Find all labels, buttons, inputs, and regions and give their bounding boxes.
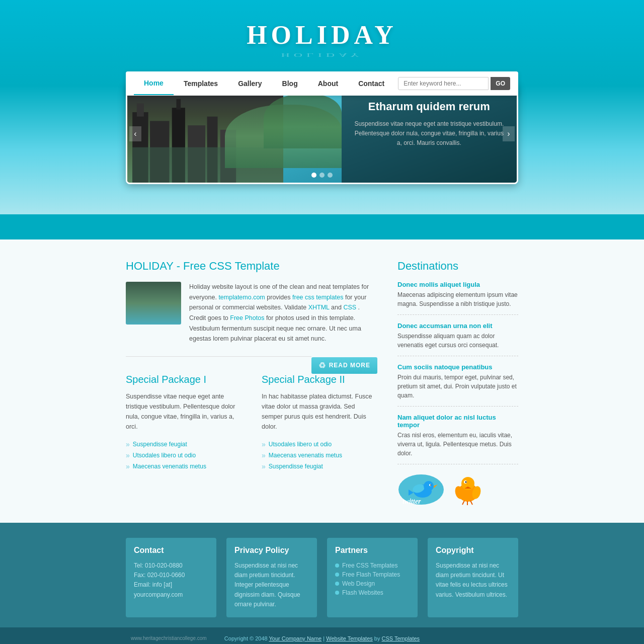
hero-description: Suspendisse vitae neque eget ante tristi… xyxy=(352,119,507,148)
footer-bottom: www.heritagechristiancollege.com Copyrig… xyxy=(0,627,644,644)
footer-css-link[interactable]: CSS Templates xyxy=(382,635,420,641)
hero-dot-2[interactable] xyxy=(319,173,325,178)
package-1-text: Suspendisse vitae neque eget ante tristi… xyxy=(126,391,242,432)
article-title: HOLIDAY - Free CSS Template xyxy=(126,260,377,273)
footer-partners-title: Partners xyxy=(335,546,410,555)
partner-link-1[interactable]: Free CSS Templates xyxy=(342,562,398,569)
article-link-photos[interactable]: Free Photos xyxy=(230,314,264,321)
svg-line-24 xyxy=(462,501,464,505)
partner-link-2[interactable]: Free Flash Templates xyxy=(342,571,400,578)
article-section: HOLIDAY - Free CSS Template Holiday webs… xyxy=(126,260,377,508)
footer-contact-email: Email: info [at] yourcompany.com xyxy=(134,580,208,599)
read-more-icon: ♻ xyxy=(318,361,326,370)
package-1-item-3: Maecenas venenatis metus xyxy=(126,461,242,472)
nav-about[interactable]: About xyxy=(308,72,348,95)
article-link-css[interactable]: CSS xyxy=(343,304,356,311)
dest-link-2[interactable]: Donec accumsan urna non elit xyxy=(397,322,518,330)
rss-icon[interactable] xyxy=(453,473,482,508)
footer-contact-title: Contact xyxy=(134,546,208,555)
dest-item-2: Donec accumsan urna non elit Suspendisse… xyxy=(397,322,518,356)
hero-prev-button[interactable]: ‹ xyxy=(129,126,141,141)
hero-dot-1[interactable] xyxy=(311,173,316,178)
footer-templates-link[interactable]: Website Templates xyxy=(326,635,373,641)
dest-link-3[interactable]: Cum sociis natoque penatibus xyxy=(397,363,518,371)
footer-copyright-text: Copyright © 2048 xyxy=(224,635,269,641)
package-1-item-1: Suspendisse feugiat xyxy=(126,439,242,450)
article-text-4: and xyxy=(331,304,343,311)
article-link-templatemo[interactable]: templatemo.com xyxy=(218,294,265,301)
footer-watermark: www.heritagechristiancollege.com xyxy=(131,635,207,641)
dest-item-1: Donec mollis aliquet ligula Maecenas adi… xyxy=(397,281,518,315)
search-button[interactable]: GO xyxy=(491,77,510,90)
social-icons: twitter xyxy=(397,473,518,508)
dest-desc-3: Proin dui mauris, tempor eget, pulvinar … xyxy=(397,373,518,400)
dest-desc-4: Cras nisl eros, elementum eu, iaculis vi… xyxy=(397,431,518,458)
package-2-item-2: Maecenas venenatis metus xyxy=(262,450,377,461)
nav-blog[interactable]: Blog xyxy=(272,72,308,95)
packages-row: Special Package I Suspendisse vitae nequ… xyxy=(126,374,377,472)
article-text-2: provides xyxy=(267,294,292,301)
article-link-free-css[interactable]: free css templates xyxy=(292,294,343,301)
partner-link-3[interactable]: Web Design xyxy=(342,580,375,587)
teal-band xyxy=(0,214,644,239)
article-thumbnail xyxy=(126,282,181,325)
partner-item-2: Free Flash Templates xyxy=(335,570,410,579)
nav-home[interactable]: Home xyxy=(134,72,174,95)
footer-company-link[interactable]: Your Company Name xyxy=(269,635,321,641)
svg-point-15 xyxy=(430,485,431,486)
article-body: Holiday website layout is one of the cle… xyxy=(189,282,377,344)
site-title: HOLIDAY xyxy=(247,21,397,49)
partner-link-4[interactable]: Flash Websites xyxy=(342,589,383,596)
footer-contact-tel: Tel: 010-020-0880 xyxy=(134,561,208,571)
search-area: GO xyxy=(398,77,510,90)
package-1: Special Package I Suspendisse vitae nequ… xyxy=(126,374,242,472)
package-2: Special Package II In hac habitasse plat… xyxy=(262,374,377,472)
footer-contact-fax: Fax: 020-010-0660 xyxy=(134,571,208,580)
package-2-item-1: Utsodales libero ut odio xyxy=(262,439,377,450)
site-header: HOLIDAY HOLIDAY Home Templates Gallery B… xyxy=(0,0,644,214)
dest-link-1[interactable]: Donec mollis aliquet ligula xyxy=(397,281,518,288)
partner-item-4: Flash Websites xyxy=(335,588,410,597)
footer-partner-list: Free CSS Templates Free Flash Templates … xyxy=(335,561,410,597)
nav-templates[interactable]: Templates xyxy=(174,72,228,95)
footer-privacy-text: Suspendisse at nisi nec diam pretium tin… xyxy=(234,561,309,609)
partner-item-3: Web Design xyxy=(335,579,410,588)
hero-heading: Etharum quidem rerum xyxy=(352,100,507,113)
footer-privacy-title: Privacy Policy xyxy=(234,546,309,555)
destinations-section: Destinations Donec mollis aliquet ligula… xyxy=(397,260,518,508)
nav-contact[interactable]: Contact xyxy=(348,72,394,95)
footer-copyright-text: Suspendisse at nisi nec diam pretium tin… xyxy=(436,561,510,600)
footer-copyright-title: Copyright xyxy=(436,546,510,555)
footer: Contact Tel: 010-020-0880 Fax: 020-010-0… xyxy=(0,523,644,644)
dest-item-3: Cum sociis natoque penatibus Proin dui m… xyxy=(397,363,518,407)
hero-image: Etharum quidem rerum Suspendisse vitae n… xyxy=(126,84,518,184)
read-more-button[interactable]: ♻ READ MORE xyxy=(311,357,377,374)
package-2-list: Utsodales libero ut odio Maecenas venena… xyxy=(262,439,377,472)
footer-columns: Contact Tel: 010-020-0880 Fax: 020-010-0… xyxy=(126,538,518,627)
hero-dot-3[interactable] xyxy=(328,173,333,178)
twitter-icon[interactable]: twitter xyxy=(397,473,445,508)
partner-item-1: Free CSS Templates xyxy=(335,561,410,570)
package-2-item-3: Suspendisse feugiat xyxy=(262,461,377,472)
content-section: HOLIDAY - Free CSS Template Holiday webs… xyxy=(126,239,518,523)
dest-desc-2: Suspendisse aliquam quam ac dolor venena… xyxy=(397,332,518,350)
hero-text-box: Etharum quidem rerum Suspendisse vitae n… xyxy=(342,85,517,183)
package-1-item-2: Utsodales libero ut odio xyxy=(126,450,242,461)
nav-gallery[interactable]: Gallery xyxy=(228,72,272,95)
package-1-title: Special Package I xyxy=(126,374,242,385)
package-1-list: Suspendisse feugiat Utsodales libero ut … xyxy=(126,439,242,472)
footer-privacy: Privacy Policy Suspendisse at nisi nec d… xyxy=(226,538,317,617)
dest-desc-1: Maecenas adipiscing elementum ipsum vita… xyxy=(397,290,518,308)
search-input[interactable] xyxy=(398,77,489,90)
footer-copyright-col: Copyright Suspendisse at nisi nec diam p… xyxy=(428,538,518,617)
svg-line-26 xyxy=(470,501,472,505)
article-area: Holiday website layout is one of the cle… xyxy=(126,282,377,344)
nav-bar: Home Templates Gallery Blog About Contac… xyxy=(126,71,518,96)
site-title-reflection: HOLIDAY xyxy=(0,52,644,57)
hero-next-button[interactable]: › xyxy=(503,126,515,141)
divider xyxy=(126,356,311,357)
article-link-xhtml[interactable]: XHTML xyxy=(308,304,330,311)
dest-link-4[interactable]: Nam aliquet dolor ac nisl luctus tempor xyxy=(397,414,518,429)
package-2-title: Special Package II xyxy=(262,374,377,385)
dest-item-4: Nam aliquet dolor ac nisl luctus tempor … xyxy=(397,414,518,464)
